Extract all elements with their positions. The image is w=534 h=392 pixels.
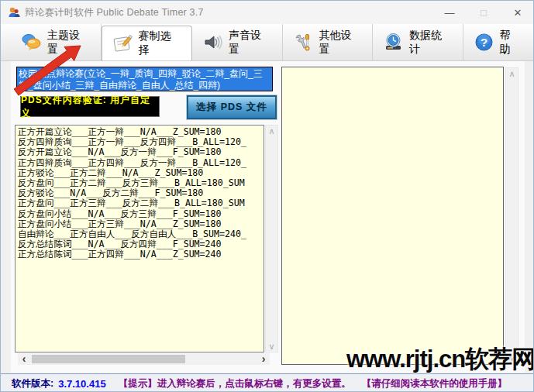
tab-sound-settings[interactable]: 声音设置	[192, 24, 283, 60]
pds-content-list[interactable]: 正方开篇立论___正方一辩___N/A___Z_SUM=180 反方四辩质询__…	[15, 125, 264, 352]
pds-line: 反方开篇立论___N/A___反方一辩___F_SUM=180	[18, 147, 263, 157]
version-label: 软件版本:	[12, 377, 53, 390]
pds-horizontal-scrollbar[interactable]: ‹ ›	[18, 353, 270, 365]
format-banner: 校园热点辩论赛(立论_一辩_质询_四辩_驳论_二辩_盘问_三辩_盘问小结_三辩_…	[16, 67, 273, 91]
scrollbar-thumb[interactable]	[32, 355, 185, 363]
toolbar: 主题设置 赛制选择 声音设置 其他设置	[1, 24, 534, 61]
window-title: 辩论赛计时软件 Public Debate Timer 3.7	[25, 6, 204, 19]
scroll-up-icon[interactable]: ∧	[508, 68, 515, 79]
preview-panel	[281, 67, 504, 365]
tab-other-settings[interactable]: 其他设置	[283, 24, 374, 60]
format-page: 校园热点辩论赛(立论_一辩_质询_四辩_驳论_二辩_盘问_三辩_盘问小结_三辩_…	[11, 61, 525, 373]
title-bar: 辩论赛计时软件 Public Debate Timer 3.7 — □ ✕	[1, 1, 534, 24]
tab-theme-settings[interactable]: 主题设置	[11, 24, 102, 60]
window-controls: — □ ✕	[432, 1, 534, 24]
tab-label: 其他设置	[319, 29, 363, 57]
pds-line: 正方盘问___正方三辩___反方二辩___B_ALL=180_SUM	[18, 198, 263, 208]
chat-bubbles-icon	[21, 32, 42, 53]
maximize-button[interactable]: □	[467, 1, 501, 24]
version-value: 3.7.10.415	[58, 378, 105, 390]
tab-help[interactable]: ? 帮 助	[463, 24, 534, 60]
scroll-right-icon[interactable]: ›	[257, 353, 270, 365]
watermark-text: www.rjtj.cn软荐网	[346, 343, 534, 376]
pds-line: 正方四辩质询___正方四辩___反方一辩___B_ALL=120_	[18, 158, 263, 168]
pds-verify-button[interactable]: PDS文件内容验证: 用户自定义	[20, 96, 160, 117]
tab-label: 主题设置	[47, 29, 91, 57]
scroll-up-icon[interactable]: ∧	[268, 126, 274, 136]
preview-vertical-scrollbar[interactable]: ∧ ∨	[505, 67, 518, 364]
status-tip: 【提示】进入辩论赛后，点击鼠标右键，有更多设置。	[119, 377, 351, 390]
svg-text:?: ?	[480, 36, 487, 49]
clock-stats-icon	[383, 32, 404, 53]
scroll-left-icon[interactable]: ‹	[18, 353, 30, 365]
tab-label: 数据统计	[409, 29, 453, 57]
tab-data-stats[interactable]: 数据统计	[373, 24, 463, 60]
tab-label: 声音设置	[229, 29, 272, 57]
speaker-icon	[202, 32, 223, 53]
pds-line: 正方总结陈词___正方四辩___N/A___Z_SUM=240	[18, 249, 263, 260]
tools-icon	[293, 32, 314, 53]
minimize-button[interactable]: —	[432, 1, 467, 24]
choose-pds-file-button[interactable]: 选择 PDS 文件	[187, 95, 277, 119]
tab-label: 赛制选择	[139, 29, 182, 57]
tab-format-select[interactable]: 赛制选择	[102, 26, 193, 60]
pds-line: 反方盘问小结___N/A___反方三辩___F_SUM=180	[18, 209, 263, 219]
app-icon	[8, 6, 20, 19]
tab-label: 帮 助	[500, 29, 525, 57]
status-manual-note: 【请仔细阅读本软件的使用手册】	[362, 377, 508, 390]
scroll-down-icon[interactable]: ∨	[268, 341, 274, 352]
close-button[interactable]: ✕	[501, 1, 534, 24]
help-icon: ?	[474, 32, 494, 53]
edit-pad-icon	[112, 33, 133, 54]
pds-vertical-scrollbar[interactable]: ∧ ∨	[265, 125, 278, 352]
status-bar: 软件版本: 3.7.10.415 【提示】进入辩论赛后，点击鼠标右键，有更多设置…	[1, 373, 534, 392]
